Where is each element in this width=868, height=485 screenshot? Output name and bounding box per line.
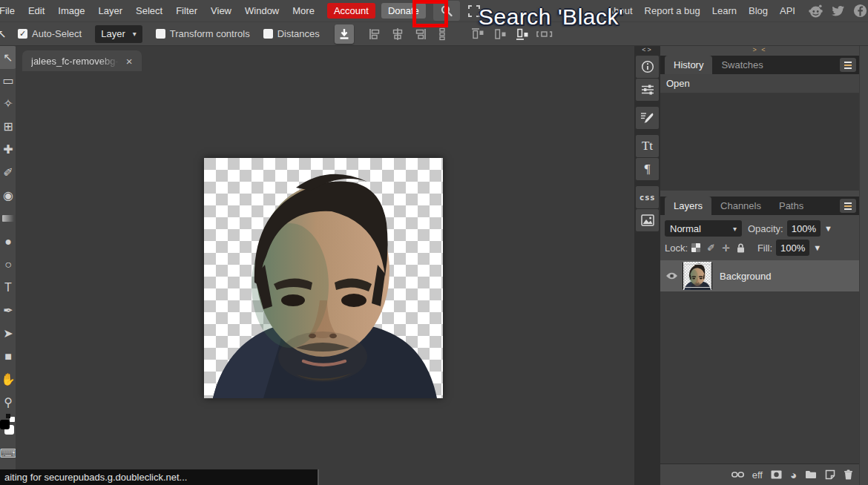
- transform-controls-checkbox[interactable]: [156, 29, 165, 39]
- twitter-icon[interactable]: [830, 3, 846, 19]
- new-layer-icon[interactable]: [825, 469, 835, 480]
- shape-tool[interactable]: ■: [0, 345, 16, 368]
- layer-visibility-toggle[interactable]: [660, 271, 683, 280]
- brush-settings-panel-button[interactable]: [636, 107, 659, 129]
- status-text: aiting for securepubads.g.doubleclick.ne…: [4, 472, 187, 483]
- auto-select-checkbox[interactable]: ✓: [18, 29, 27, 39]
- align-left-button[interactable]: [367, 27, 384, 42]
- path-select-tool[interactable]: ➤: [0, 322, 16, 345]
- tab-history[interactable]: History: [665, 56, 712, 74]
- link-icon[interactable]: [731, 471, 744, 478]
- browser-status-tooltip: aiting for securepubads.g.doubleclick.ne…: [0, 469, 319, 485]
- distances-option[interactable]: Distances: [263, 28, 320, 39]
- zoom-tool[interactable]: ⚲: [0, 391, 16, 414]
- menu-item-window[interactable]: Window: [238, 5, 286, 16]
- group-folder-icon[interactable]: [805, 470, 817, 479]
- distribute-vertical-button[interactable]: [434, 27, 450, 42]
- tab-paths[interactable]: Paths: [770, 197, 812, 215]
- reddit-icon[interactable]: [808, 3, 823, 19]
- donate-button[interactable]: Donate: [381, 3, 426, 19]
- history-menu-button[interactable]: [840, 58, 856, 72]
- pen-tool[interactable]: ✒: [0, 299, 16, 322]
- healing-tool[interactable]: ✚: [0, 138, 16, 161]
- blend-mode-select[interactable]: Normal ▾: [665, 220, 742, 237]
- collapse-left-strip[interactable]: <>: [634, 46, 660, 55]
- lock-transparency-icon[interactable]: [691, 243, 700, 252]
- tab-channels[interactable]: Channels: [711, 197, 770, 215]
- brush-tool[interactable]: ✐: [0, 161, 16, 184]
- foreground-color-swatch[interactable]: [0, 420, 10, 429]
- lock-paint-icon[interactable]: ✐: [707, 242, 715, 254]
- distances-checkbox[interactable]: [263, 29, 273, 39]
- paragraph-panel-button[interactable]: ¶: [636, 158, 659, 180]
- link-blog[interactable]: Blog: [743, 5, 774, 16]
- image-icon: [641, 214, 654, 226]
- effects-icon[interactable]: eff: [752, 469, 763, 481]
- canvas-area[interactable]: jalees_fc-removebg- ×: [16, 46, 634, 485]
- tab-swatches[interactable]: Swatches: [712, 56, 772, 74]
- mask-icon[interactable]: [771, 470, 782, 479]
- tab-layers[interactable]: Layers: [665, 197, 711, 215]
- opacity-input[interactable]: 100%: [787, 220, 821, 237]
- document-image[interactable]: [204, 158, 443, 398]
- brush-tool-icon: ✐: [3, 165, 13, 179]
- lock-all-icon[interactable]: [737, 243, 745, 253]
- character-panel-button[interactable]: Tt: [636, 135, 659, 157]
- lock-position-icon[interactable]: ✛: [722, 242, 730, 254]
- target-select[interactable]: Layer ▾: [95, 25, 142, 43]
- transform-controls-label: Transform controls: [170, 28, 250, 39]
- align-right-icon: [412, 27, 427, 41]
- menu-item-view[interactable]: View: [204, 5, 238, 16]
- move-tool[interactable]: ↖: [0, 46, 16, 69]
- export-download-button[interactable]: [335, 24, 354, 44]
- dodge-tool[interactable]: ○: [0, 253, 16, 276]
- marquee-tool[interactable]: ▭: [0, 69, 16, 92]
- opacity-dropdown-icon[interactable]: ▼: [824, 224, 832, 233]
- adjustment-icon[interactable]: ◕: [790, 469, 797, 481]
- type-tool[interactable]: T: [0, 276, 16, 299]
- healing-tool-icon: ✚: [3, 142, 13, 156]
- menu-item-edit[interactable]: Edit: [22, 5, 51, 16]
- hand-tool-icon: ✋: [1, 372, 16, 386]
- menu-item-file[interactable]: File: [0, 5, 22, 16]
- align-right-button[interactable]: [412, 27, 428, 42]
- auto-select-option[interactable]: ✓ Auto-Select: [18, 28, 82, 39]
- blur-tool[interactable]: ●: [0, 230, 16, 253]
- transform-controls-option[interactable]: Transform controls: [156, 28, 250, 39]
- fill-dropdown-icon[interactable]: ▼: [813, 243, 821, 252]
- layers-menu-button[interactable]: [840, 199, 856, 213]
- delete-layer-icon[interactable]: [844, 469, 853, 480]
- menu-item-layer[interactable]: Layer: [92, 5, 130, 16]
- clone-stamp-tool[interactable]: ◉: [0, 184, 16, 207]
- account-button[interactable]: Account: [327, 3, 375, 19]
- menu-item-image[interactable]: Image: [51, 5, 91, 16]
- link-learn[interactable]: Learn: [706, 5, 743, 16]
- collapse-right-panel[interactable]: > <: [660, 46, 859, 56]
- color-swatches[interactable]: [0, 414, 16, 436]
- menu-item-select[interactable]: Select: [129, 5, 169, 16]
- magic-wand-tool-icon: ✧: [3, 96, 13, 110]
- menu-item-filter[interactable]: Filter: [169, 5, 204, 16]
- layer-thumbnail[interactable]: [683, 263, 712, 289]
- keyboard-shortcuts-button[interactable]: ⌨: [0, 442, 16, 465]
- info-panel-button[interactable]: [636, 56, 659, 78]
- document-tab[interactable]: jalees_fc-removebg- ×: [22, 50, 142, 71]
- layer-row-background[interactable]: Background: [660, 260, 859, 291]
- image-panel-button[interactable]: [636, 209, 659, 231]
- hand-tool[interactable]: ✋: [0, 368, 16, 391]
- facebook-icon[interactable]: [852, 3, 868, 19]
- search-button[interactable]: [433, 1, 460, 21]
- menu-item-more[interactable]: More: [286, 5, 321, 16]
- gradient-tool[interactable]: [0, 207, 16, 230]
- close-tab-icon[interactable]: ×: [126, 56, 133, 67]
- magic-wand-tool[interactable]: ✧: [0, 92, 16, 115]
- link-api[interactable]: API: [774, 5, 801, 16]
- align-center-h-button[interactable]: [389, 27, 406, 42]
- crop-tool[interactable]: ⊞: [0, 115, 16, 138]
- history-entry-open[interactable]: Open: [660, 74, 859, 93]
- fill-input[interactable]: 100%: [776, 240, 809, 256]
- properties-panel-button[interactable]: [636, 79, 659, 101]
- css-panel-button[interactable]: css: [636, 186, 659, 208]
- shape-tool-icon: ■: [4, 350, 12, 363]
- link-report-a-bug[interactable]: Report a bug: [639, 5, 706, 16]
